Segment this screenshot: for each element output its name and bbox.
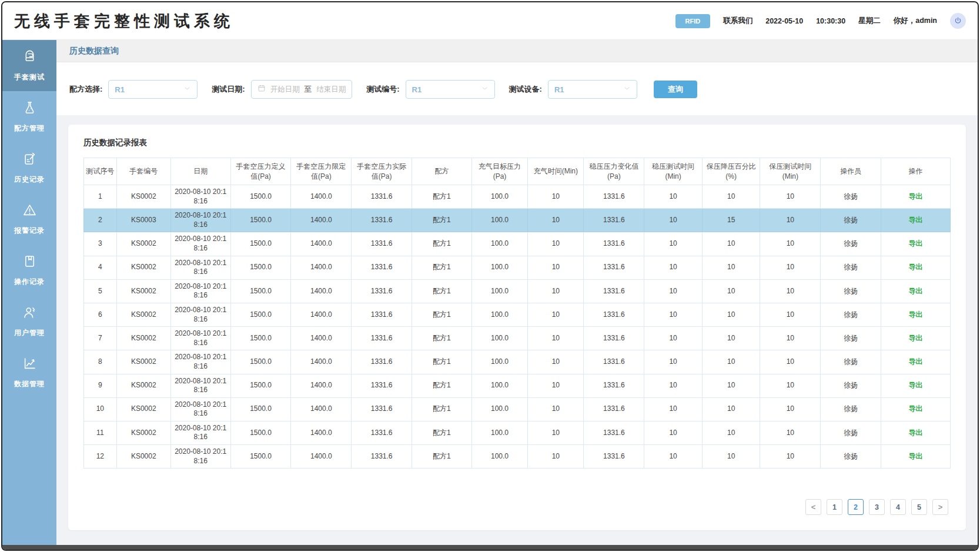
export-link[interactable]: 导出 <box>909 216 923 224</box>
sidebar-item-label: 报警记录 <box>14 226 45 236</box>
prev-page-button[interactable]: < <box>805 499 821 515</box>
export-link[interactable]: 导出 <box>909 239 923 247</box>
table-cell: 10 <box>702 256 760 279</box>
sidebar-item-alarm-records[interactable]: 报警记录 <box>2 193 56 245</box>
export-link[interactable]: 导出 <box>909 287 923 295</box>
contact-link[interactable]: 联系我们 <box>723 16 752 26</box>
table-cell: 6 <box>84 303 117 326</box>
report-card: 历史数据记录报表 测试序号手套编号日期手套空压力定义值(Pa)手套空压力限定值(… <box>68 125 966 530</box>
table-row[interactable]: 12KS00022020-08-10 20:18:161500.01400.01… <box>84 445 951 469</box>
table-cell: 导出 <box>881 327 951 350</box>
table-row[interactable]: 4KS00022020-08-10 20:18:161500.01400.013… <box>84 256 951 279</box>
date-text: 2022-05-10 <box>765 17 803 25</box>
column-header: 手套编号 <box>116 158 170 185</box>
sidebar-item-operation-records[interactable]: 操作记录 <box>2 245 56 296</box>
table-cell: 100.0 <box>471 327 527 350</box>
chevron-down-icon <box>623 84 631 95</box>
page-button-3[interactable]: 3 <box>869 499 885 515</box>
column-header: 操作员 <box>821 158 881 185</box>
warning-triangle-icon <box>22 202 38 220</box>
table-cell: 5 <box>84 279 117 303</box>
table-cell: 1331.6 <box>352 374 412 397</box>
rfid-button[interactable]: RFID <box>675 14 711 28</box>
sidebar-item-glove-test[interactable]: 手套测试 <box>2 40 56 91</box>
table-row[interactable]: 3KS00022020-08-10 20:18:161500.01400.013… <box>84 232 951 256</box>
export-link[interactable]: 导出 <box>909 404 923 413</box>
table-cell: 10 <box>528 303 584 326</box>
page-button-2[interactable]: 2 <box>848 499 864 515</box>
export-link[interactable]: 导出 <box>909 381 923 389</box>
test-no-select[interactable]: R1 <box>406 80 495 99</box>
table-cell: 1331.6 <box>352 209 412 232</box>
history-table: 测试序号手套编号日期手套空压力定义值(Pa)手套空压力限定值(Pa)手套空压力实… <box>83 158 951 469</box>
sidebar-item-user-management[interactable]: 用户管理 <box>2 296 56 347</box>
table-cell: 10 <box>760 445 821 469</box>
recipe-label: 配方选择: <box>69 84 102 95</box>
table-cell: 10 <box>528 209 584 232</box>
table-cell: 1400.0 <box>291 327 352 350</box>
user-icon <box>22 305 38 323</box>
page-button-4[interactable]: 4 <box>890 499 906 515</box>
sidebar-item-data-management[interactable]: 数据管理 <box>2 347 56 398</box>
export-link[interactable]: 导出 <box>909 452 923 460</box>
query-button[interactable]: 查询 <box>654 81 697 98</box>
column-header: 手套空压力定义值(Pa) <box>230 158 291 185</box>
table-cell: 1500.0 <box>230 256 291 279</box>
table-cell: 配方1 <box>412 445 472 469</box>
table-cell: 10 <box>760 232 821 256</box>
sidebar-item-label: 历史记录 <box>14 175 45 185</box>
export-link[interactable]: 导出 <box>909 334 923 342</box>
table-cell: 10 <box>644 397 703 421</box>
table-row[interactable]: 11KS00022020-08-10 20:18:161500.01400.01… <box>84 421 951 444</box>
sidebar-item-history-records[interactable]: 历史记录 <box>2 142 56 193</box>
table-cell: 1331.6 <box>584 421 644 444</box>
test-no-filter: 测试编号: R1 <box>366 80 494 99</box>
sidebar-item-label: 数据管理 <box>14 379 45 389</box>
table-cell: 10 <box>528 374 584 397</box>
table-row[interactable]: 9KS00022020-08-10 20:18:161500.01400.013… <box>84 374 951 397</box>
power-icon[interactable] <box>950 13 966 29</box>
sidebar-item-recipe-management[interactable]: 配方管理 <box>2 91 56 142</box>
table-cell: 10 <box>760 209 821 232</box>
table-cell: 1331.6 <box>584 397 644 421</box>
table-cell: KS0002 <box>116 327 170 350</box>
table-row[interactable]: 2KS00032020-08-10 20:18:161500.01400.013… <box>84 209 951 232</box>
table-row[interactable]: 8KS00022020-08-10 20:18:161500.01400.013… <box>84 350 951 374</box>
recipe-select[interactable]: R1 <box>108 80 198 99</box>
table-cell: 1400.0 <box>291 421 352 444</box>
page-button-5[interactable]: 5 <box>911 499 927 515</box>
export-link[interactable]: 导出 <box>909 357 923 366</box>
next-page-button[interactable]: > <box>932 499 948 515</box>
table-cell: 1400.0 <box>291 279 352 303</box>
table-cell: 1331.6 <box>352 256 412 279</box>
table-cell: 配方1 <box>412 185 472 209</box>
export-link[interactable]: 导出 <box>909 310 923 319</box>
sidebar: 手套测试 配方管理 历史记录 报警记录 <box>2 40 56 545</box>
table-cell: 1400.0 <box>291 350 352 374</box>
table-row[interactable]: 6KS00022020-08-10 20:18:161500.01400.013… <box>84 303 951 326</box>
export-link[interactable]: 导出 <box>909 429 923 437</box>
table-row[interactable]: 1KS00022020-08-10 20:18:161500.01400.013… <box>84 185 951 209</box>
table-cell: 徐扬 <box>821 327 881 350</box>
table-row[interactable]: 7KS00022020-08-10 20:18:161500.01400.013… <box>84 327 951 350</box>
table-cell: 配方1 <box>412 327 472 350</box>
page-button-1[interactable]: 1 <box>827 499 842 515</box>
table-cell: 2020-08-10 20:18:16 <box>170 303 230 326</box>
table-row[interactable]: 5KS00022020-08-10 20:18:161500.01400.013… <box>84 279 951 303</box>
export-link[interactable]: 导出 <box>909 192 923 200</box>
date-range-picker[interactable]: 开始日期 至 结束日期 <box>251 80 353 99</box>
table-cell: 10 <box>644 445 703 469</box>
device-select[interactable]: R1 <box>548 80 637 99</box>
page-title: 历史数据查询 <box>69 46 119 56</box>
table-cell: 2020-08-10 20:18:16 <box>170 209 230 232</box>
table-cell: 1500.0 <box>230 303 291 326</box>
table-row[interactable]: 10KS00022020-08-10 20:18:161500.01400.01… <box>84 397 951 421</box>
table-cell: 11 <box>84 421 117 444</box>
table-cell: 10 <box>644 209 703 232</box>
table-cell: 10 <box>644 279 703 303</box>
table-cell: 4 <box>84 256 117 279</box>
table-cell: 1400.0 <box>291 303 352 326</box>
table-cell: 1331.6 <box>352 232 412 256</box>
table-cell: 2020-08-10 20:18:16 <box>170 185 230 209</box>
export-link[interactable]: 导出 <box>909 263 923 271</box>
